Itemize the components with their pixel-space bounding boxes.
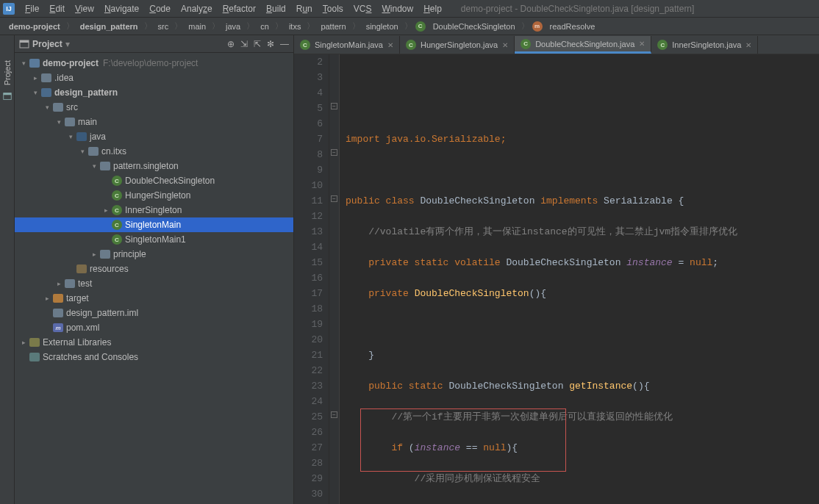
tree-principle[interactable]: ▸principle [15, 247, 293, 262]
titlebar: IJ File Edit View Navigate Code Analyze … [0, 0, 819, 18]
menu-view[interactable]: View [71, 2, 99, 15]
crumb-itxs[interactable]: itxs [286, 21, 304, 32]
select-opened-icon[interactable]: ⊕ [227, 39, 235, 49]
main-menu: File Edit View Navigate Code Analyze Ref… [21, 2, 446, 15]
line-gutter[interactable]: 2345678910111213141516171819202122232425… [294, 54, 329, 504]
collapse-all-icon[interactable]: ⇱ [254, 39, 261, 49]
fold-column[interactable]: − − − − [329, 54, 340, 504]
menu-file[interactable]: File [21, 2, 43, 15]
crumb-project[interactable]: demo-project [6, 21, 63, 32]
crumb-method[interactable]: readResolve [547, 21, 598, 32]
tree-class-inner[interactable]: ▸CInnerSingleton [15, 203, 293, 217]
tree-main[interactable]: ▾main [15, 115, 293, 129]
settings-icon[interactable]: ✻ [267, 39, 274, 49]
tab-singletonmain[interactable]: CSingletonMain.java✕ [294, 36, 400, 54]
tree-java[interactable]: ▾java [15, 129, 293, 144]
crumb-singleton[interactable]: singleton [363, 21, 401, 32]
close-icon[interactable]: ✕ [639, 40, 645, 48]
tree-root[interactable]: ▾demo-projectF:\develop\demo-project [15, 56, 293, 71]
code-content[interactable]: import java.io.Serializable; public clas… [340, 54, 819, 504]
tree-pom[interactable]: mpom.xml [15, 320, 293, 335]
tree-scratches[interactable]: Scratches and Consoles [15, 350, 293, 364]
svg-rect-3 [20, 40, 29, 43]
crumb-java[interactable]: java [223, 21, 243, 32]
java-class-icon: C [657, 40, 668, 50]
crumb-module[interactable]: design_pattern [77, 21, 141, 32]
tool-window-bar: Project [0, 35, 15, 504]
tab-inner[interactable]: CInnerSingleton.java✕ [651, 36, 758, 54]
menu-refactor[interactable]: Refactor [218, 2, 260, 15]
tree-class-singletonmain1[interactable]: CSingletonMain1 [15, 232, 293, 247]
tree-src[interactable]: ▾src [15, 100, 293, 115]
tree-resources[interactable]: resources [15, 262, 293, 276]
tree-idea[interactable]: ▸.idea [15, 71, 293, 85]
fold-icon[interactable]: − [331, 149, 337, 156]
menu-navigate[interactable]: Navigate [100, 2, 143, 15]
project-tool-icon [2, 91, 12, 101]
project-tool-tab[interactable]: Project [3, 57, 12, 88]
tree-class-singletonmain[interactable]: CSingletonMain [15, 217, 293, 232]
close-icon[interactable]: ✕ [745, 41, 751, 49]
fold-icon[interactable]: − [331, 195, 337, 202]
panel-title[interactable]: Project [32, 39, 62, 49]
tree-pattern-singleton[interactable]: ▾pattern.singleton [15, 159, 293, 173]
menu-code[interactable]: Code [145, 2, 175, 15]
crumb-main[interactable]: main [185, 21, 209, 32]
window-title: demo-project - DoubleCheckSingleton.java… [461, 4, 695, 14]
svg-rect-1 [3, 93, 11, 96]
tree-class-doublecheck[interactable]: CDoubleCheckSingleton [15, 173, 293, 188]
expand-all-icon[interactable]: ⇲ [240, 39, 248, 49]
editor-tabs: CSingletonMain.java✕ CHungerSingleton.ja… [294, 35, 819, 54]
tree-iml[interactable]: design_pattern.iml [15, 306, 293, 320]
tree-design-pattern[interactable]: ▾design_pattern [15, 85, 293, 100]
tree-cn-itxs[interactable]: ▾cn.itxs [15, 144, 293, 159]
editor: CSingletonMain.java✕ CHungerSingleton.ja… [294, 35, 819, 504]
menu-run[interactable]: Run [292, 2, 317, 15]
panel-header: Project ▾ ⊕ ⇲ ⇱ ✻ — [15, 35, 293, 53]
crumb-src[interactable]: src [155, 21, 172, 32]
project-panel: Project ▾ ⊕ ⇲ ⇱ ✻ — ▾demo-projectF:\deve… [15, 35, 294, 504]
selection-box [360, 408, 566, 472]
menu-tools[interactable]: Tools [318, 2, 348, 15]
hide-icon[interactable]: — [280, 39, 289, 49]
method-icon: m [532, 21, 543, 32]
tree-class-hunger[interactable]: CHungerSingleton [15, 188, 293, 203]
menu-build[interactable]: Build [262, 2, 290, 15]
panel-icon [19, 39, 29, 49]
menu-analyze[interactable]: Analyze [176, 2, 217, 15]
java-class-icon: C [406, 40, 416, 50]
crumb-cn[interactable]: cn [257, 21, 272, 32]
close-icon[interactable]: ✕ [387, 41, 393, 49]
tab-doublecheck[interactable]: CDoubleCheckSingleton.java✕ [515, 36, 651, 54]
menu-help[interactable]: Help [419, 2, 446, 15]
crumb-class[interactable]: DoubleCheckSingleton [430, 21, 518, 32]
crumb-pattern[interactable]: pattern [318, 21, 348, 32]
dropdown-icon[interactable]: ▾ [65, 39, 70, 49]
class-icon: C [415, 21, 426, 32]
close-icon[interactable]: ✕ [502, 41, 508, 49]
tree-target[interactable]: ▸target [15, 291, 293, 306]
menu-window[interactable]: Window [377, 2, 418, 15]
menu-edit[interactable]: Edit [45, 2, 69, 15]
tree-test[interactable]: ▸test [15, 276, 293, 291]
app-icon: IJ [3, 3, 15, 15]
fold-icon[interactable]: − [331, 411, 337, 418]
breadcrumb: demo-project〉 design_pattern〉 src〉 main〉… [0, 18, 819, 35]
tree-external-libs[interactable]: ▸External Libraries [15, 335, 293, 350]
java-class-icon: C [521, 39, 531, 49]
tab-hunger[interactable]: CHungerSingleton.java✕ [400, 36, 515, 54]
java-class-icon: C [300, 40, 310, 50]
code-area[interactable]: 2345678910111213141516171819202122232425… [294, 54, 819, 504]
project-tree[interactable]: ▾demo-projectF:\develop\demo-project ▸.i… [15, 53, 293, 504]
menu-vcs[interactable]: VCS [349, 2, 376, 15]
fold-icon[interactable]: − [331, 103, 337, 109]
